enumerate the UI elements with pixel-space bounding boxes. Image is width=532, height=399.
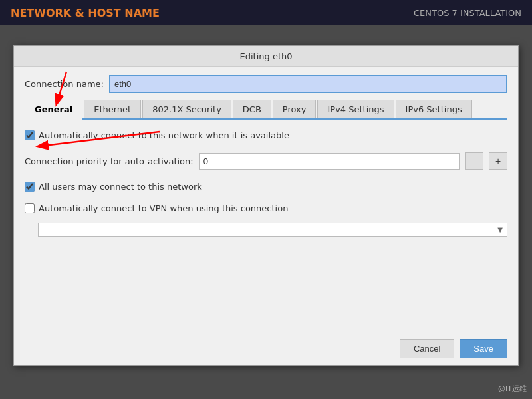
edit-dialog: Editing eth0 Connection name: General Et… (13, 45, 519, 366)
all-users-checkbox[interactable] (25, 182, 35, 192)
background: Editing eth0 Connection name: General Et… (0, 25, 532, 399)
tab-8021x-security[interactable]: 802.1X Security (142, 100, 231, 118)
save-button[interactable]: Save (460, 339, 507, 358)
connection-name-label: Connection name: (25, 79, 104, 89)
vpn-dropdown[interactable]: ▼ (38, 223, 507, 237)
app-title: NETWORK & HOST NAME (11, 7, 160, 19)
all-users-row: All users may connect to this network (25, 179, 507, 194)
priority-row: Connection priority for auto-activation:… (25, 150, 507, 172)
connection-name-input[interactable] (109, 75, 507, 93)
cancel-button[interactable]: Cancel (400, 339, 454, 358)
vpn-connect-checkbox[interactable] (25, 203, 35, 213)
tabs-bar: General Ethernet 802.1X Security DCB Pro… (25, 100, 507, 120)
tab-dcb[interactable]: DCB (233, 100, 271, 118)
all-users-label[interactable]: All users may connect to this network (39, 182, 202, 192)
tab-proxy[interactable]: Proxy (273, 100, 317, 118)
auto-connect-checkbox[interactable] (25, 130, 35, 140)
priority-label: Connection priority for auto-activation: (25, 156, 194, 166)
dialog-body: Connection name: General Ethernet 802.1X… (14, 67, 518, 332)
top-bar: NETWORK & HOST NAME CENTOS 7 INSTALLATIO… (0, 0, 532, 25)
vpn-connect-label[interactable]: Automatically connect to VPN when using … (39, 203, 288, 213)
priority-decrease-button[interactable]: — (465, 152, 483, 170)
dialog-title: Editing eth0 (14, 46, 518, 67)
priority-increase-button[interactable]: + (489, 152, 507, 170)
connection-name-row: Connection name: (25, 75, 507, 93)
tab-ipv4[interactable]: IPv4 Settings (317, 100, 394, 118)
auto-connect-label[interactable]: Automatically connect to this network wh… (39, 130, 289, 140)
dialog-footer: Cancel Save (14, 332, 518, 365)
watermark: @IT运维 (498, 384, 527, 394)
tab-general[interactable]: General (25, 100, 82, 120)
vpn-connect-row: Automatically connect to VPN when using … (25, 201, 507, 216)
general-tab-content: Automatically connect to this network wh… (25, 128, 507, 324)
tab-ethernet[interactable]: Ethernet (84, 100, 141, 118)
auto-connect-row: Automatically connect to this network wh… (25, 128, 507, 143)
tab-ipv6[interactable]: IPv6 Settings (396, 100, 472, 118)
priority-input[interactable] (199, 153, 460, 170)
install-title: CENTOS 7 INSTALLATION (414, 8, 521, 18)
chevron-down-icon: ▼ (497, 226, 503, 233)
